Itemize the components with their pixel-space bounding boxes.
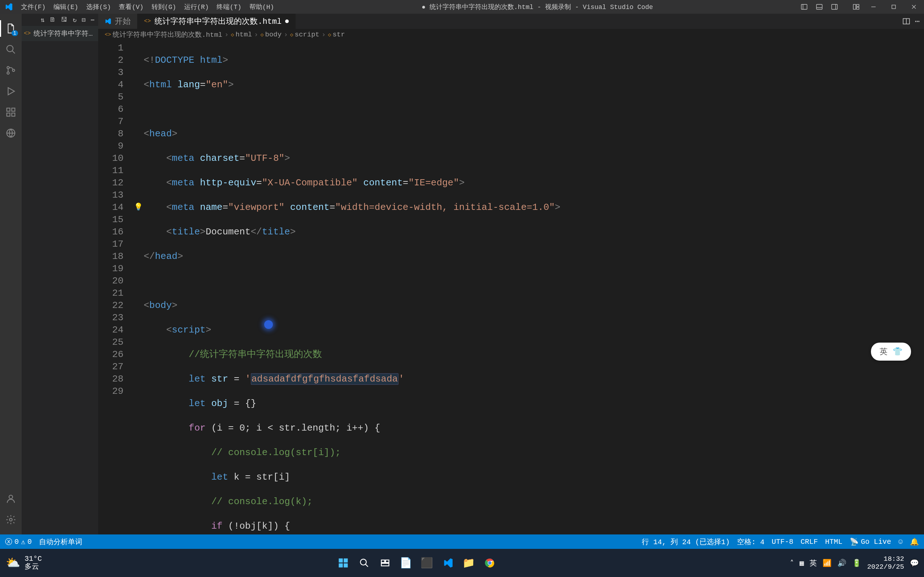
task-view-icon[interactable] xyxy=(376,554,394,572)
status-golive[interactable]: 📡Go Live xyxy=(850,537,891,546)
toggle-vertical-icon[interactable]: ⇅ xyxy=(41,16,45,24)
status-cursor-pos[interactable]: 行 14, 列 24 (已选择1) xyxy=(642,537,730,547)
search-icon[interactable] xyxy=(0,39,22,60)
weather-icon: ⛅ xyxy=(6,556,20,570)
source-control-icon[interactable] xyxy=(0,60,22,81)
tray-ime-icon[interactable]: 英 xyxy=(809,558,817,568)
html-file-icon: <> xyxy=(144,18,151,24)
collapse-icon[interactable]: ⊟ xyxy=(82,16,86,24)
cursor-highlight-icon xyxy=(264,320,273,329)
new-file-icon[interactable]: 🗎 xyxy=(50,16,56,24)
layout-customize-icon[interactable] xyxy=(849,0,863,14)
app-explorer-icon[interactable]: 📁 xyxy=(460,554,478,572)
menu-edit[interactable]: 编辑(E) xyxy=(50,1,82,13)
warning-icon: ⚠ xyxy=(21,537,25,546)
svg-rect-6 xyxy=(853,4,856,10)
maximize-button[interactable] xyxy=(884,0,904,14)
tab-start[interactable]: 开始 xyxy=(98,14,137,29)
app-terminal-icon[interactable]: ⬛ xyxy=(418,554,436,572)
chevron-right-icon: › xyxy=(254,31,259,39)
status-eol[interactable]: CRLF xyxy=(801,538,818,546)
status-bar: ⓧ0 ⚠0 自动分析单词 行 14, 列 24 (已选择1) 空格: 4 UTF… xyxy=(0,534,924,549)
status-feedback-icon[interactable]: ☺ xyxy=(898,538,903,546)
start-button-icon[interactable] xyxy=(334,554,352,572)
status-autofix[interactable]: 自动分析单词 xyxy=(39,537,82,547)
breadcrumb-file[interactable]: 统计字符串中字符出现的次数.html xyxy=(113,30,222,39)
tray-clock[interactable]: 18:32 2022/9/25 xyxy=(867,555,904,571)
ime-indicator[interactable]: 英 👕 xyxy=(871,343,911,361)
menu-view[interactable]: 查看(V) xyxy=(115,1,147,13)
extensions-icon[interactable] xyxy=(0,102,22,122)
window-title: ● 统计字符串中字符出现的次数.html - 视频录制 - Visual Stu… xyxy=(278,3,797,11)
tray-volume-icon[interactable]: 🔊 xyxy=(837,559,846,567)
code-editor[interactable]: 1234567891011121314151617181920212223242… xyxy=(98,40,924,534)
status-language[interactable]: HTML xyxy=(825,538,842,546)
remote-icon[interactable] xyxy=(0,122,22,143)
minimize-button[interactable] xyxy=(863,0,884,14)
tray-notification-icon[interactable]: 💬 xyxy=(910,559,919,567)
save-all-icon[interactable]: 🖫 xyxy=(61,16,68,24)
tray-battery-icon[interactable]: 🔋 xyxy=(852,559,861,567)
app-vscode-icon[interactable] xyxy=(439,554,457,572)
split-editor-icon[interactable] xyxy=(903,18,910,25)
tray-chevron-up-icon[interactable]: ˄ xyxy=(790,559,794,567)
line-numbers: 1234567891011121314151617181920212223242… xyxy=(98,40,133,534)
refresh-icon[interactable]: ↻ xyxy=(73,16,76,24)
tray-wifi-icon[interactable]: 📶 xyxy=(822,559,832,567)
tab-active-label: 统计字符串中字符出现的次数.html xyxy=(155,16,281,27)
svg-point-23 xyxy=(9,495,13,499)
panel-left-icon[interactable] xyxy=(797,0,811,14)
main-area: 1 ⇅ 🗎 🖫 ↻ ⊟ ⋯ <> 统计字符串中字符... xyxy=(0,14,924,534)
status-bell-icon[interactable]: 🔔 xyxy=(910,537,919,546)
svg-rect-34 xyxy=(386,560,389,562)
svg-rect-10 xyxy=(892,5,895,9)
lightbulb-icon[interactable]: 💡 xyxy=(133,201,144,213)
menu-run[interactable]: 运行(R) xyxy=(181,1,212,13)
symbol-icon: ◇ xyxy=(231,31,234,38)
settings-gear-icon[interactable] xyxy=(0,509,22,530)
code-lines[interactable]: <!DOCTYPE html> <html lang="en"> <head> … xyxy=(144,40,924,534)
app-notepad-icon[interactable]: 📄 xyxy=(397,554,415,572)
broadcast-icon: 📡 xyxy=(850,537,859,546)
panel-right-icon[interactable] xyxy=(827,0,842,14)
svg-line-32 xyxy=(365,564,368,567)
panel-bottom-icon[interactable] xyxy=(812,0,827,14)
vscode-logo-icon xyxy=(3,1,15,13)
status-problems[interactable]: ⓧ0 ⚠0 xyxy=(5,537,32,547)
titlebar: 文件(F) 编辑(E) 选择(S) 查看(V) 转到(G) 运行(R) 终端(T… xyxy=(0,0,924,14)
ime-lang-label: 英 xyxy=(880,346,888,357)
breadcrumb-str[interactable]: str xyxy=(333,31,345,39)
svg-point-16 xyxy=(7,72,9,74)
symbol-icon: ◇ xyxy=(290,31,294,38)
menu-selection[interactable]: 选择(S) xyxy=(82,1,115,13)
tab-active-file[interactable]: <> 统计字符串中字符出现的次数.html xyxy=(137,14,296,29)
more-actions-icon[interactable]: ⋯ xyxy=(915,16,920,26)
breadcrumb[interactable]: <> 统计字符串中字符出现的次数.html › ◇ html › ◇ body … xyxy=(98,29,924,40)
svg-rect-4 xyxy=(832,4,837,10)
breadcrumb-script[interactable]: script xyxy=(295,31,320,39)
close-button[interactable] xyxy=(904,0,924,14)
breadcrumb-html[interactable]: html xyxy=(235,31,252,39)
taskbar-search-icon[interactable] xyxy=(355,554,373,572)
status-spaces[interactable]: 空格: 4 xyxy=(737,537,764,547)
menu-go[interactable]: 转到(G) xyxy=(148,1,180,13)
menu-file[interactable]: 文件(F) xyxy=(17,1,49,13)
run-debug-icon[interactable] xyxy=(0,81,22,102)
breadcrumb-body[interactable]: body xyxy=(265,31,282,39)
account-icon[interactable] xyxy=(0,488,22,509)
svg-point-13 xyxy=(7,45,13,52)
status-encoding[interactable]: UTF-8 xyxy=(772,538,793,546)
editor-group: 开始 <> 统计字符串中字符出现的次数.html ⋯ <> 统计字符串中字符出现… xyxy=(98,14,924,534)
taskbar-weather[interactable]: ⛅ 31°C 多云 xyxy=(0,555,48,571)
open-editor-item[interactable]: <> 统计字符串中字符... xyxy=(22,26,98,41)
app-chrome-icon[interactable] xyxy=(481,554,499,572)
tab-start-label: 开始 xyxy=(115,16,131,27)
explorer-icon[interactable]: 1 xyxy=(0,18,22,39)
menu-help[interactable]: 帮助(H) xyxy=(246,1,278,13)
svg-point-17 xyxy=(12,69,15,71)
weather-temp: 31°C xyxy=(24,555,42,563)
tray-app-icon[interactable]: ▦ xyxy=(800,559,804,567)
more-icon[interactable]: ⋯ xyxy=(90,16,95,24)
svg-point-31 xyxy=(360,559,366,565)
menu-terminal[interactable]: 终端(T) xyxy=(213,1,245,13)
